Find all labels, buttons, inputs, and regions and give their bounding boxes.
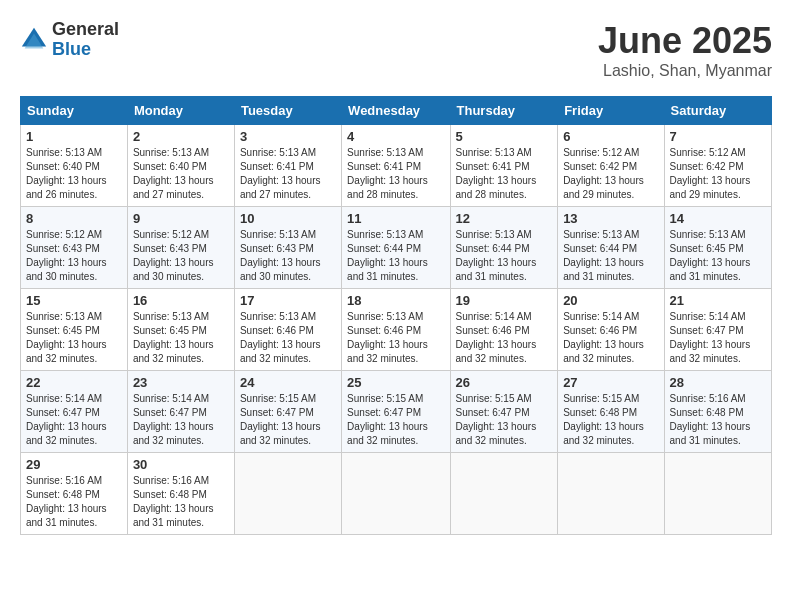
day-number: 10 — [240, 211, 336, 226]
day-number: 25 — [347, 375, 444, 390]
day-info: Sunrise: 5:14 AM Sunset: 6:47 PM Dayligh… — [670, 310, 766, 366]
day-info: Sunrise: 5:13 AM Sunset: 6:44 PM Dayligh… — [563, 228, 658, 284]
day-number: 3 — [240, 129, 336, 144]
logo-blue: Blue — [52, 40, 119, 60]
day-info: Sunrise: 5:13 AM Sunset: 6:41 PM Dayligh… — [240, 146, 336, 202]
calendar-table: SundayMondayTuesdayWednesdayThursdayFrid… — [20, 96, 772, 535]
day-cell: 12Sunrise: 5:13 AM Sunset: 6:44 PM Dayli… — [450, 207, 558, 289]
day-number: 5 — [456, 129, 553, 144]
day-info: Sunrise: 5:13 AM Sunset: 6:45 PM Dayligh… — [670, 228, 766, 284]
day-info: Sunrise: 5:12 AM Sunset: 6:43 PM Dayligh… — [133, 228, 229, 284]
day-info: Sunrise: 5:13 AM Sunset: 6:43 PM Dayligh… — [240, 228, 336, 284]
day-number: 22 — [26, 375, 122, 390]
day-info: Sunrise: 5:16 AM Sunset: 6:48 PM Dayligh… — [133, 474, 229, 530]
day-cell: 7Sunrise: 5:12 AM Sunset: 6:42 PM Daylig… — [664, 125, 771, 207]
day-info: Sunrise: 5:13 AM Sunset: 6:45 PM Dayligh… — [26, 310, 122, 366]
header-sunday: Sunday — [21, 97, 128, 125]
day-cell: 18Sunrise: 5:13 AM Sunset: 6:46 PM Dayli… — [342, 289, 450, 371]
day-number: 20 — [563, 293, 658, 308]
page-header: General Blue June 2025 Lashio, Shan, Mya… — [20, 20, 772, 80]
day-cell — [342, 453, 450, 535]
day-number: 27 — [563, 375, 658, 390]
day-number: 16 — [133, 293, 229, 308]
day-cell: 29Sunrise: 5:16 AM Sunset: 6:48 PM Dayli… — [21, 453, 128, 535]
day-cell: 11Sunrise: 5:13 AM Sunset: 6:44 PM Dayli… — [342, 207, 450, 289]
day-cell: 21Sunrise: 5:14 AM Sunset: 6:47 PM Dayli… — [664, 289, 771, 371]
day-cell: 30Sunrise: 5:16 AM Sunset: 6:48 PM Dayli… — [127, 453, 234, 535]
header-friday: Friday — [558, 97, 664, 125]
day-info: Sunrise: 5:16 AM Sunset: 6:48 PM Dayligh… — [670, 392, 766, 448]
day-number: 1 — [26, 129, 122, 144]
week-row-2: 8Sunrise: 5:12 AM Sunset: 6:43 PM Daylig… — [21, 207, 772, 289]
day-cell: 24Sunrise: 5:15 AM Sunset: 6:47 PM Dayli… — [234, 371, 341, 453]
day-cell: 19Sunrise: 5:14 AM Sunset: 6:46 PM Dayli… — [450, 289, 558, 371]
day-cell: 10Sunrise: 5:13 AM Sunset: 6:43 PM Dayli… — [234, 207, 341, 289]
day-info: Sunrise: 5:13 AM Sunset: 6:44 PM Dayligh… — [456, 228, 553, 284]
title-section: June 2025 Lashio, Shan, Myanmar — [598, 20, 772, 80]
header-saturday: Saturday — [664, 97, 771, 125]
day-number: 19 — [456, 293, 553, 308]
day-number: 28 — [670, 375, 766, 390]
day-cell: 5Sunrise: 5:13 AM Sunset: 6:41 PM Daylig… — [450, 125, 558, 207]
header-wednesday: Wednesday — [342, 97, 450, 125]
day-cell: 14Sunrise: 5:13 AM Sunset: 6:45 PM Dayli… — [664, 207, 771, 289]
week-row-1: 1Sunrise: 5:13 AM Sunset: 6:40 PM Daylig… — [21, 125, 772, 207]
day-info: Sunrise: 5:13 AM Sunset: 6:45 PM Dayligh… — [133, 310, 229, 366]
day-cell: 4Sunrise: 5:13 AM Sunset: 6:41 PM Daylig… — [342, 125, 450, 207]
day-cell: 13Sunrise: 5:13 AM Sunset: 6:44 PM Dayli… — [558, 207, 664, 289]
day-number: 15 — [26, 293, 122, 308]
header-row: SundayMondayTuesdayWednesdayThursdayFrid… — [21, 97, 772, 125]
day-cell: 22Sunrise: 5:14 AM Sunset: 6:47 PM Dayli… — [21, 371, 128, 453]
day-cell — [234, 453, 341, 535]
day-number: 18 — [347, 293, 444, 308]
day-number: 11 — [347, 211, 444, 226]
day-number: 26 — [456, 375, 553, 390]
logo: General Blue — [20, 20, 119, 60]
day-info: Sunrise: 5:15 AM Sunset: 6:47 PM Dayligh… — [456, 392, 553, 448]
header-monday: Monday — [127, 97, 234, 125]
day-info: Sunrise: 5:13 AM Sunset: 6:41 PM Dayligh… — [347, 146, 444, 202]
day-info: Sunrise: 5:12 AM Sunset: 6:42 PM Dayligh… — [563, 146, 658, 202]
day-number: 29 — [26, 457, 122, 472]
day-info: Sunrise: 5:14 AM Sunset: 6:46 PM Dayligh… — [456, 310, 553, 366]
header-tuesday: Tuesday — [234, 97, 341, 125]
day-info: Sunrise: 5:13 AM Sunset: 6:46 PM Dayligh… — [240, 310, 336, 366]
location-title: Lashio, Shan, Myanmar — [598, 62, 772, 80]
day-info: Sunrise: 5:12 AM Sunset: 6:42 PM Dayligh… — [670, 146, 766, 202]
week-row-5: 29Sunrise: 5:16 AM Sunset: 6:48 PM Dayli… — [21, 453, 772, 535]
day-cell: 20Sunrise: 5:14 AM Sunset: 6:46 PM Dayli… — [558, 289, 664, 371]
day-cell — [558, 453, 664, 535]
header-thursday: Thursday — [450, 97, 558, 125]
logo-general: General — [52, 20, 119, 40]
day-info: Sunrise: 5:13 AM Sunset: 6:41 PM Dayligh… — [456, 146, 553, 202]
day-cell: 8Sunrise: 5:12 AM Sunset: 6:43 PM Daylig… — [21, 207, 128, 289]
day-number: 7 — [670, 129, 766, 144]
day-cell: 16Sunrise: 5:13 AM Sunset: 6:45 PM Dayli… — [127, 289, 234, 371]
day-cell: 17Sunrise: 5:13 AM Sunset: 6:46 PM Dayli… — [234, 289, 341, 371]
day-number: 2 — [133, 129, 229, 144]
week-row-3: 15Sunrise: 5:13 AM Sunset: 6:45 PM Dayli… — [21, 289, 772, 371]
month-title: June 2025 — [598, 20, 772, 62]
day-number: 17 — [240, 293, 336, 308]
day-info: Sunrise: 5:15 AM Sunset: 6:47 PM Dayligh… — [240, 392, 336, 448]
day-number: 30 — [133, 457, 229, 472]
logo-icon — [20, 26, 48, 54]
day-cell: 25Sunrise: 5:15 AM Sunset: 6:47 PM Dayli… — [342, 371, 450, 453]
day-cell: 3Sunrise: 5:13 AM Sunset: 6:41 PM Daylig… — [234, 125, 341, 207]
day-info: Sunrise: 5:13 AM Sunset: 6:46 PM Dayligh… — [347, 310, 444, 366]
day-cell: 6Sunrise: 5:12 AM Sunset: 6:42 PM Daylig… — [558, 125, 664, 207]
logo-text: General Blue — [52, 20, 119, 60]
day-cell: 23Sunrise: 5:14 AM Sunset: 6:47 PM Dayli… — [127, 371, 234, 453]
day-cell: 2Sunrise: 5:13 AM Sunset: 6:40 PM Daylig… — [127, 125, 234, 207]
day-cell: 28Sunrise: 5:16 AM Sunset: 6:48 PM Dayli… — [664, 371, 771, 453]
day-number: 12 — [456, 211, 553, 226]
week-row-4: 22Sunrise: 5:14 AM Sunset: 6:47 PM Dayli… — [21, 371, 772, 453]
day-info: Sunrise: 5:13 AM Sunset: 6:40 PM Dayligh… — [133, 146, 229, 202]
day-cell — [664, 453, 771, 535]
day-cell: 1Sunrise: 5:13 AM Sunset: 6:40 PM Daylig… — [21, 125, 128, 207]
day-number: 21 — [670, 293, 766, 308]
day-info: Sunrise: 5:14 AM Sunset: 6:47 PM Dayligh… — [133, 392, 229, 448]
day-number: 14 — [670, 211, 766, 226]
day-info: Sunrise: 5:14 AM Sunset: 6:47 PM Dayligh… — [26, 392, 122, 448]
day-info: Sunrise: 5:13 AM Sunset: 6:40 PM Dayligh… — [26, 146, 122, 202]
